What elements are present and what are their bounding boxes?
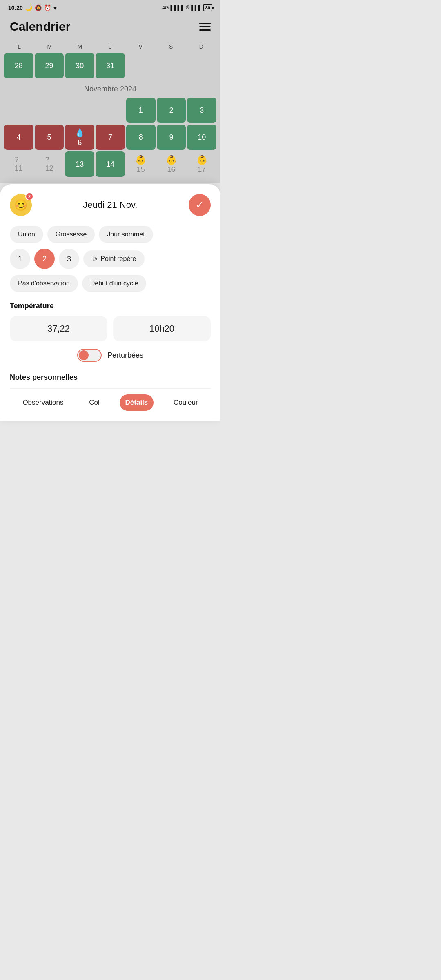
- jour-sommet-button[interactable]: Jour sommet: [99, 226, 153, 243]
- num-3-button[interactable]: 3: [59, 249, 79, 269]
- cal-nov-10[interactable]: 10: [187, 125, 216, 150]
- cal-nov-8[interactable]: 8: [126, 125, 156, 150]
- network-label: 4G: [162, 5, 169, 11]
- temperature-label: Température: [10, 302, 211, 310]
- cal-empty-3: [187, 53, 216, 78]
- tag-row-1: Union Grossesse Jour sommet: [10, 226, 211, 243]
- temperature-time[interactable]: 10h20: [113, 316, 211, 341]
- cal-nov-17[interactable]: 👶 17: [187, 151, 216, 177]
- nov-week-2: 4 5 💧 6 7 8 9 10: [4, 125, 216, 150]
- nov-week-3: ?11 ?12 13 14 👶 15 👶 16 👶 17: [4, 151, 216, 177]
- confirm-button[interactable]: ✓: [189, 194, 211, 216]
- cal-nov-12[interactable]: ?12: [35, 151, 64, 177]
- tab-details[interactable]: Détails: [120, 394, 154, 411]
- checkmark-icon: ✓: [196, 199, 204, 211]
- cal-nov-15[interactable]: 👶 15: [126, 151, 156, 177]
- cal-day-28[interactable]: 28: [4, 53, 33, 78]
- sheet-date: Jeudi 21 Nov.: [83, 200, 138, 210]
- weekday-j: J: [95, 42, 125, 51]
- cal-nov-5[interactable]: 5: [35, 125, 64, 150]
- menu-button[interactable]: [199, 23, 211, 31]
- obs-row: Pas d'observation Début d'un cycle: [10, 275, 211, 292]
- tab-couleur[interactable]: Couleur: [168, 394, 204, 411]
- sheet-header: 😊 2 Jeudi 21 Nov. ✓: [10, 194, 211, 216]
- cal-empty-2: [157, 53, 186, 78]
- cal-day-30[interactable]: 30: [65, 53, 94, 78]
- cal-nov-1[interactable]: 1: [126, 98, 156, 123]
- avatar-badge: 2: [25, 192, 33, 200]
- moon-icon: 🌙: [25, 4, 32, 11]
- status-left: 10:20 🌙 🔕 ⏰ ♥: [8, 4, 57, 11]
- mute-icon: 🔕: [35, 4, 42, 11]
- drop-icon: 💧: [75, 128, 85, 138]
- tab-observations[interactable]: Observations: [17, 394, 69, 411]
- weekday-m2: M: [65, 42, 95, 51]
- union-button[interactable]: Union: [10, 226, 43, 243]
- battery-level: 80: [205, 5, 210, 10]
- smiley-icon: ☺: [91, 255, 98, 263]
- status-bar: 10:20 🌙 🔕 ⏰ ♥ 4G ▌▌▌▌ ® ▌▌▌ 80: [0, 0, 220, 14]
- alarm-icon: ⏰: [44, 4, 51, 11]
- app-title: Calendrier: [10, 20, 70, 33]
- cal-nov-11[interactable]: ?11: [4, 151, 33, 177]
- cal-empty-1: [126, 53, 156, 78]
- cal-nov-14[interactable]: 14: [96, 151, 125, 177]
- grossesse-button[interactable]: Grossesse: [47, 226, 95, 243]
- calendar-section: L M M J V S D 28 29 30 31 Novembre 2024 …: [0, 40, 220, 183]
- cal-nov-e2: [35, 98, 64, 123]
- cal-nov-e1: [4, 98, 33, 123]
- heart-icon: ♥: [53, 4, 57, 11]
- cal-nov-3[interactable]: 3: [187, 98, 216, 123]
- num-2-button[interactable]: 2: [34, 249, 55, 269]
- toggle-knob: [79, 350, 89, 360]
- number-row: 1 2 3 ☺ Point repère: [10, 249, 211, 269]
- prev-month-row: 28 29 30 31: [4, 53, 216, 78]
- pas-observation-button[interactable]: Pas d'observation: [10, 275, 78, 292]
- avatar-emoji: 😊: [14, 199, 27, 212]
- r-icon: ®: [186, 5, 189, 11]
- cal-day-29[interactable]: 29: [35, 53, 64, 78]
- weekday-l: L: [4, 42, 34, 51]
- tab-col[interactable]: Col: [83, 394, 105, 411]
- sheet-avatar: 😊 2: [10, 194, 32, 216]
- temperature-value[interactable]: 37,22: [10, 316, 107, 341]
- cal-nov-e3: [65, 98, 94, 123]
- bottom-tabs: Observations Col Détails Couleur: [10, 388, 211, 421]
- perturbees-toggle[interactable]: [77, 349, 102, 362]
- weekday-d: D: [186, 42, 216, 51]
- bottom-sheet: 😊 2 Jeudi 21 Nov. ✓ Union Grossesse Jour…: [0, 184, 220, 421]
- battery-icon: 80: [203, 4, 212, 11]
- perturbees-label: Perturbées: [107, 351, 143, 360]
- weekday-v: V: [125, 42, 156, 51]
- weekday-s: S: [156, 42, 186, 51]
- perturbees-row: Perturbées: [10, 349, 211, 362]
- temp-row: 37,22 10h20: [10, 316, 211, 341]
- signal-icon: ▌▌▌▌: [170, 5, 184, 11]
- time-display: 10:20: [8, 4, 23, 11]
- month-label: Novembre 2024: [4, 80, 216, 98]
- signal2-icon: ▌▌▌: [191, 5, 202, 11]
- cal-nov-4[interactable]: 4: [4, 125, 33, 150]
- cal-day-31[interactable]: 31: [96, 53, 125, 78]
- app-header: Calendrier: [0, 14, 220, 40]
- num-1-button[interactable]: 1: [10, 249, 30, 269]
- point-repere-button[interactable]: ☺ Point repère: [83, 250, 145, 267]
- notes-label: Notes personnelles: [10, 373, 211, 382]
- cal-nov-e4: [96, 98, 125, 123]
- weekday-m1: M: [34, 42, 65, 51]
- debut-cycle-button[interactable]: Début d'un cycle: [82, 275, 147, 292]
- nov-week-1: 1 2 3: [4, 98, 216, 123]
- cal-nov-7[interactable]: 7: [96, 125, 125, 150]
- cal-nov-2[interactable]: 2: [157, 98, 186, 123]
- cal-nov-9[interactable]: 9: [157, 125, 186, 150]
- cal-nov-13[interactable]: 13: [65, 151, 94, 177]
- cal-nov-16[interactable]: 👶 16: [157, 151, 186, 177]
- weekday-header: L M M J V S D: [4, 40, 216, 53]
- status-right: 4G ▌▌▌▌ ® ▌▌▌ 80: [162, 4, 212, 11]
- cal-nov-6[interactable]: 💧 6: [65, 125, 94, 150]
